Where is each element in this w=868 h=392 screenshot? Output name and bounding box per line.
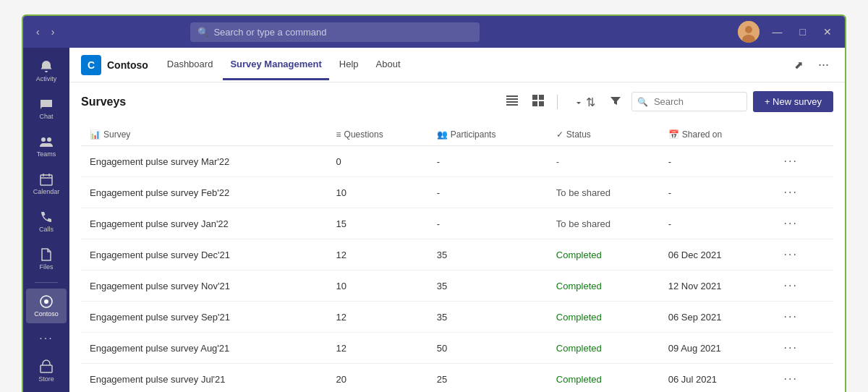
minimize-button[interactable]: —: [768, 25, 787, 39]
sidebar-item-files[interactable]: Files: [26, 242, 67, 276]
nav-forward-button[interactable]: ›: [47, 25, 59, 39]
sidebar-divider: [35, 282, 58, 283]
cell-questions: 15: [328, 208, 428, 239]
svg-rect-16: [532, 95, 537, 100]
sidebar: Activity Chat Teams: [23, 48, 69, 392]
cell-actions: ···: [771, 208, 834, 239]
teams-icon: [39, 135, 54, 149]
cell-shared-on: 09 Aug 2021: [660, 333, 771, 364]
open-external-button[interactable]: ⬈: [790, 54, 808, 75]
table-body: Engagement pulse survey Mar'22 0 - - - ·…: [81, 146, 833, 393]
sidebar-item-activity[interactable]: Activity: [26, 54, 67, 88]
cell-status: Completed: [548, 270, 660, 302]
nav-buttons: ‹ ›: [32, 25, 59, 39]
cell-actions: ···: [771, 177, 834, 208]
sort-button[interactable]: ⇅: [566, 92, 599, 112]
calendar-icon: [39, 172, 54, 187]
row-more-button[interactable]: ···: [780, 153, 802, 169]
cell-questions: 10: [328, 270, 428, 302]
filter-icon: [610, 95, 621, 106]
cell-survey-name: Engagement pulse survey Jul'21: [81, 364, 328, 393]
row-more-button[interactable]: ···: [780, 309, 802, 325]
sidebar-item-contoso-label: Contoso: [34, 310, 59, 318]
svg-rect-19: [539, 101, 544, 106]
contoso-icon: [39, 294, 54, 309]
cell-participants: -: [428, 177, 548, 208]
svg-rect-12: [506, 95, 518, 97]
sidebar-item-chat[interactable]: Chat: [26, 91, 67, 126]
cell-status: Completed: [548, 302, 660, 333]
table-row: Engagement pulse survey Aug'21 12 50 Com…: [81, 333, 833, 364]
cell-shared-on: 06 Jul 2021: [660, 364, 771, 393]
cell-shared-on: -: [660, 208, 771, 239]
close-button[interactable]: ✕: [819, 25, 836, 39]
cell-actions: ···: [771, 270, 834, 302]
app-body: Activity Chat Teams: [23, 48, 845, 392]
surveys-table: 📊 Survey ≡ Questions: [81, 124, 833, 392]
nav-item-survey-management[interactable]: Survey Management: [223, 50, 328, 80]
sort-icon: [571, 95, 582, 106]
sidebar-item-calls[interactable]: Calls: [26, 204, 67, 239]
more-options-button[interactable]: ···: [814, 54, 833, 75]
survey-area: Surveys: [69, 82, 845, 392]
filter-button[interactable]: [605, 92, 626, 112]
sidebar-item-chat-label: Chat: [39, 113, 53, 120]
row-more-button[interactable]: ···: [780, 278, 802, 294]
maximize-button[interactable]: □: [796, 25, 810, 39]
cell-survey-name: Engagement pulse survey Feb'22: [81, 177, 328, 208]
sidebar-item-more[interactable]: ···: [26, 326, 67, 351]
title-search-input[interactable]: [190, 22, 480, 42]
sidebar-item-store-label: Store: [38, 375, 54, 383]
grid-view-icon: [532, 95, 544, 106]
table-row: Engagement pulse survey Dec'21 12 35 Com…: [81, 239, 833, 270]
cell-status: Completed: [548, 239, 660, 270]
cell-shared-on: 06 Dec 2021: [660, 239, 771, 270]
cell-status: -: [548, 146, 660, 177]
nav-back-button[interactable]: ‹: [32, 25, 44, 39]
list-view-button[interactable]: [502, 92, 522, 112]
search-input[interactable]: [631, 92, 747, 111]
nav-item-help[interactable]: Help: [332, 50, 366, 80]
logo-icon: C: [81, 55, 101, 75]
cell-questions: 12: [328, 333, 428, 364]
app-header-actions: ⬈ ···: [790, 54, 833, 75]
row-more-button[interactable]: ···: [780, 371, 802, 387]
sidebar-item-teams[interactable]: Teams: [26, 129, 67, 163]
nav-item-dashboard[interactable]: Dashboard: [160, 50, 221, 80]
cell-survey-name: Engagement pulse survey Dec'21: [81, 239, 328, 270]
sidebar-item-store[interactable]: Store: [26, 354, 67, 388]
cell-survey-name: Engagement pulse survey Jan'22: [81, 208, 328, 239]
nav-item-about[interactable]: About: [369, 50, 408, 80]
cell-shared-on: -: [660, 177, 771, 208]
cell-status: Completed: [548, 364, 660, 393]
new-survey-button[interactable]: + New survey: [753, 91, 833, 112]
sidebar-item-calendar[interactable]: Calendar: [26, 166, 67, 201]
grid-view-button[interactable]: [528, 92, 548, 112]
chat-icon: [39, 97, 54, 111]
table-header: 📊 Survey ≡ Questions: [81, 124, 833, 146]
cell-shared-on: 06 Sep 2021: [660, 302, 771, 333]
calls-icon: [39, 210, 54, 224]
cell-actions: ···: [771, 146, 834, 177]
main-content: C Contoso Dashboard Survey Management He…: [69, 48, 845, 392]
toolbar-divider: [557, 95, 558, 109]
row-more-button[interactable]: ···: [780, 247, 802, 263]
th-survey: 📊 Survey: [81, 124, 328, 146]
th-actions: [771, 124, 834, 146]
files-icon: [39, 247, 54, 262]
row-more-button[interactable]: ···: [780, 340, 802, 356]
row-more-button[interactable]: ···: [780, 184, 802, 200]
sidebar-item-contoso[interactable]: Contoso: [26, 289, 67, 323]
table-row: Engagement pulse survey Feb'22 10 - To b…: [81, 177, 833, 208]
app-nav: Dashboard Survey Management Help About: [160, 50, 408, 80]
cell-actions: ···: [771, 333, 834, 364]
row-more-button[interactable]: ···: [780, 216, 802, 231]
app-logo: C Contoso: [81, 55, 148, 75]
sidebar-item-files-label: Files: [39, 263, 53, 270]
surveys-title: Surveys: [81, 95, 126, 108]
svg-point-1: [745, 26, 752, 33]
cell-participants: 25: [428, 364, 548, 393]
table-row: Engagement pulse survey Jan'22 15 - To b…: [81, 208, 833, 239]
th-status: ✓ Status: [548, 124, 660, 146]
cell-actions: ···: [771, 364, 834, 393]
